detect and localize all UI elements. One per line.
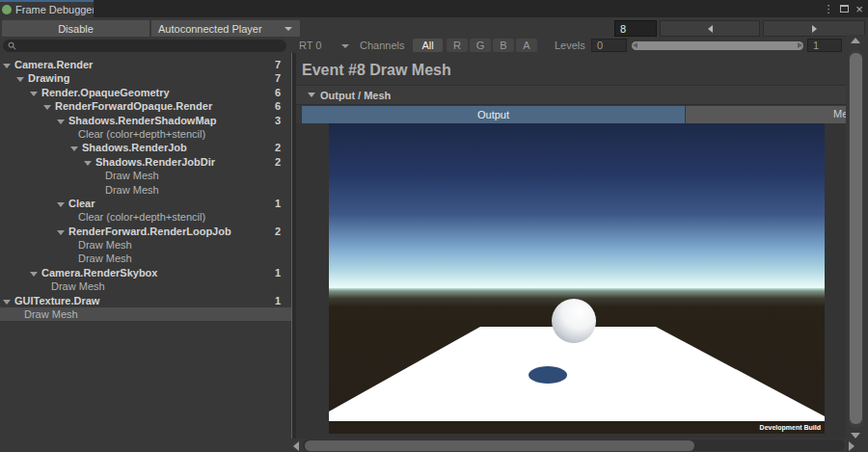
levels-min-field[interactable]: 0 <box>591 39 627 52</box>
scroll-right-icon[interactable] <box>849 441 854 451</box>
tree-item-draw-mesh[interactable]: Draw Mesh <box>0 279 291 293</box>
channel-button-all[interactable]: All <box>413 39 443 52</box>
main-toolbar: Disable Autoconnected Player 8 <box>0 17 868 39</box>
frame-debugger-window: Frame Debugger ⋮ × Disable Autoconnected… <box>0 0 868 452</box>
event-title: Event #8 Draw Mesh <box>302 62 451 79</box>
event-count: 7 <box>275 71 281 85</box>
player-target-dropdown[interactable]: Autoconnected Player <box>151 20 300 37</box>
event-number-field[interactable]: 8 <box>614 20 657 37</box>
event-tree: Camera.Render7Drawing7Render.OpaqueGeome… <box>0 58 291 321</box>
tree-item-clear[interactable]: Clear1 <box>0 197 291 210</box>
event-count: 2 <box>275 155 281 169</box>
title-bar: Frame Debugger ⋮ × <box>0 0 868 17</box>
levels-max-field[interactable]: 1 <box>807 39 842 52</box>
render-target-dropdown[interactable]: RT 0 <box>299 40 349 52</box>
tree-item-camera-renderskybox[interactable]: Camera.RenderSkybox1 <box>0 266 291 279</box>
tree-item-guitexture-draw[interactable]: GUITexture.Draw1 <box>0 294 291 307</box>
channel-button-b[interactable]: B <box>493 39 514 52</box>
levels-slider[interactable] <box>632 41 803 50</box>
horizontal-scrollbar-thumb[interactable] <box>305 440 694 451</box>
foldout-triangle-icon[interactable] <box>30 272 38 277</box>
event-count: 3 <box>275 114 281 127</box>
disable-button[interactable]: Disable <box>2 20 149 37</box>
tree-item-draw-mesh[interactable]: Draw Mesh <box>0 169 291 182</box>
channel-button-a[interactable]: A <box>516 39 537 52</box>
window-menu-icon[interactable]: ⋮ <box>822 0 835 17</box>
preview-tab-bar: Output Mesh <box>302 106 847 123</box>
event-detail-panel: Event #8 Draw Mesh Output / Mesh Output … <box>296 53 868 439</box>
foldout-triangle-icon[interactable] <box>16 77 24 82</box>
scroll-up-icon[interactable] <box>851 38 860 43</box>
channels-label: Channels <box>360 40 404 52</box>
search-icon <box>8 41 16 50</box>
tree-item-clear-color-depth-stencil-[interactable]: Clear (color+depth+stencil) <box>0 127 291 141</box>
foldout-triangle-icon[interactable] <box>57 230 65 235</box>
development-build-watermark: Development Build <box>760 424 821 432</box>
foldout-triangle-icon[interactable] <box>57 202 65 207</box>
foldout-triangle-icon[interactable] <box>84 161 92 166</box>
tree-item-draw-mesh[interactable]: Draw Mesh <box>0 252 291 265</box>
skybox <box>329 123 825 288</box>
arrow-right-icon <box>812 25 817 33</box>
tab-mesh[interactable]: Mesh <box>686 106 847 123</box>
levels-label: Levels <box>555 40 585 52</box>
tree-item-shadows-rendershadowmap[interactable]: Shadows.RenderShadowMap3 <box>0 114 291 127</box>
horizontal-scrollbar[interactable] <box>289 439 868 452</box>
previous-event-button[interactable] <box>660 20 760 37</box>
channel-button-g[interactable]: G <box>470 39 491 52</box>
foldout-triangle-icon[interactable] <box>3 300 11 305</box>
tree-item-draw-mesh[interactable]: Draw Mesh <box>0 238 291 252</box>
tree-item-camera-render[interactable]: Camera.Render7 <box>0 58 291 71</box>
tree-item-draw-mesh[interactable]: Draw Mesh <box>0 307 291 321</box>
tab-output[interactable]: Output <box>302 106 685 123</box>
foldout-triangle-icon[interactable] <box>3 64 11 68</box>
vertical-scrollbar-thumb[interactable] <box>850 53 862 424</box>
tree-item-shadows-renderjobdir[interactable]: Shadows.RenderJobDir2 <box>0 155 291 169</box>
foldout-triangle-icon <box>308 93 315 97</box>
scroll-left-icon[interactable] <box>293 441 299 451</box>
foldout-triangle-icon[interactable] <box>30 92 38 96</box>
foldout-triangle-icon[interactable] <box>43 105 51 110</box>
close-icon[interactable]: × <box>853 0 866 17</box>
sphere-shadow <box>529 366 567 384</box>
sphere <box>552 299 596 343</box>
event-count: 2 <box>275 225 281 238</box>
tree-item-clear-color-depth-stencil-[interactable]: Clear (color+depth+stencil) <box>0 210 291 224</box>
frame-debugger-tab[interactable]: Frame Debugger <box>0 0 94 17</box>
output-mesh-foldout[interactable]: Output / Mesh <box>296 86 868 105</box>
chevron-down-icon <box>285 27 292 31</box>
tree-item-renderforward-renderloopjob[interactable]: RenderForward.RenderLoopJob2 <box>0 225 291 238</box>
foldout-triangle-icon[interactable] <box>57 120 65 124</box>
render-output-preview: Development Build <box>329 123 825 434</box>
vertical-scrollbar[interactable] <box>846 35 868 439</box>
event-count: 2 <box>275 141 281 154</box>
tree-item-renderforwardopaque-render[interactable]: RenderForwardOpaque.Render6 <box>0 99 291 113</box>
tree-item-shadows-renderjob[interactable]: Shadows.RenderJob2 <box>0 141 291 154</box>
levels-min-handle[interactable] <box>633 42 637 48</box>
levels-max-handle[interactable] <box>798 42 802 48</box>
search-input[interactable] <box>20 40 271 51</box>
tree-item-render-opaquegeometry[interactable]: Render.OpaqueGeometry6 <box>0 86 291 99</box>
event-count: 1 <box>275 266 281 279</box>
arrow-left-icon <box>708 25 713 33</box>
filter-toolbar: RT 0 Channels AllRGBA Levels 0 1 <box>0 39 868 53</box>
foldout-triangle-icon[interactable] <box>70 146 78 151</box>
channel-button-r[interactable]: R <box>447 39 468 52</box>
event-tree-panel: Camera.Render7Drawing7Render.OpaqueGeome… <box>0 53 291 452</box>
event-count: 7 <box>275 58 281 71</box>
event-count: 6 <box>275 86 281 99</box>
search-field[interactable] <box>3 40 286 52</box>
window-title: Frame Debugger <box>15 4 94 15</box>
chevron-down-icon <box>341 44 349 48</box>
event-count: 1 <box>275 197 281 210</box>
tree-item-drawing[interactable]: Drawing7 <box>0 71 291 85</box>
tree-item-draw-mesh[interactable]: Draw Mesh <box>0 183 291 197</box>
event-count: 1 <box>275 294 281 307</box>
maximize-icon[interactable] <box>837 0 851 17</box>
player-status-icon <box>2 5 12 14</box>
event-count: 6 <box>275 99 281 113</box>
